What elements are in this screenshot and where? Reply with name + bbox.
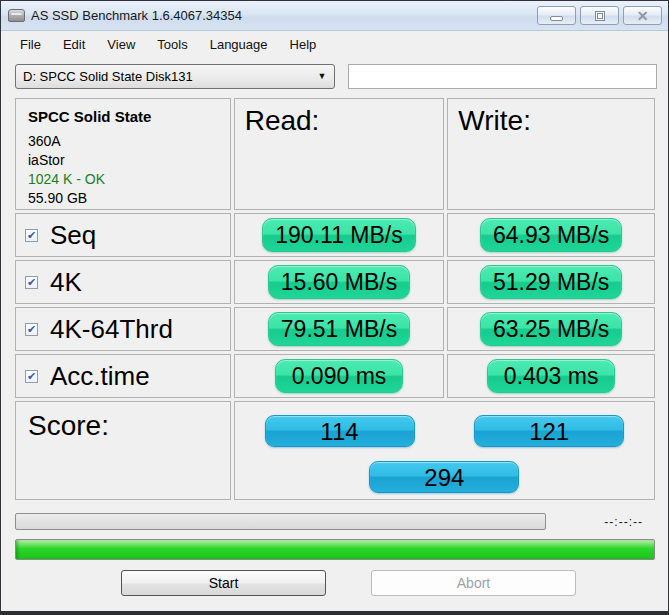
maximize-icon	[595, 11, 605, 21]
write-column-header: Write:	[447, 98, 655, 210]
seq-label: Seq	[50, 220, 96, 251]
abort-button[interactable]: Abort	[371, 570, 576, 596]
acctime-write-value: 0.403 ms	[487, 359, 615, 393]
app-window: AS SSD Benchmark 1.6.4067.34354 ✕ File E…	[0, 0, 669, 615]
elapsed-time-label: --:--:--	[604, 515, 643, 529]
4k-checkbox[interactable]: ✔	[25, 276, 38, 289]
score-total-value: 294	[369, 461, 519, 493]
score-read-value: 114	[265, 415, 415, 447]
minimize-button[interactable]	[537, 6, 576, 25]
window-controls: ✕	[537, 6, 662, 25]
overall-progress-bar	[15, 539, 655, 560]
4k-read-cell: 15.60 MB/s	[234, 260, 445, 304]
seq-label-cell: ✔ Seq	[15, 213, 231, 257]
results-grid: SPCC Solid State 360A iaStor 1024 K - OK…	[1, 95, 668, 503]
minimize-icon	[550, 16, 563, 21]
check-icon: ✔	[27, 230, 36, 241]
table-row-4k64: ✔ 4K-64Thrd 79.51 MB/s 63.25 MB/s	[15, 307, 655, 351]
score-write-value: 121	[474, 415, 624, 447]
table-row-4k: ✔ 4K 15.60 MB/s 51.29 MB/s	[15, 260, 655, 304]
score-label: Score:	[15, 401, 231, 500]
table-row-acctime: ✔ Acc.time 0.090 ms 0.403 ms	[15, 354, 655, 398]
menu-edit[interactable]: Edit	[52, 33, 96, 56]
4k-write-cell: 51.29 MB/s	[447, 260, 655, 304]
4k-label-cell: ✔ 4K	[15, 260, 231, 304]
menu-bar: File Edit View Tools Language Help	[1, 31, 668, 57]
drive-name: SPCC Solid State	[28, 108, 218, 125]
menu-language[interactable]: Language	[199, 33, 279, 56]
start-button[interactable]: Start	[121, 570, 326, 596]
drive-select-value: D: SPCC Solid State Disk131	[23, 69, 193, 84]
acctime-write-cell: 0.403 ms	[447, 354, 655, 398]
score-subscores: 114 121	[235, 415, 654, 447]
check-icon: ✔	[27, 371, 36, 382]
drive-info-panel: SPCC Solid State 360A iaStor 1024 K - OK…	[15, 98, 231, 210]
drive-alignment-status: 1024 K - OK	[28, 170, 218, 189]
4k64-read-value: 79.51 MB/s	[268, 312, 410, 346]
menu-help[interactable]: Help	[279, 33, 328, 56]
action-buttons: Start Abort	[1, 570, 668, 596]
disk-icon	[8, 9, 25, 22]
acctime-read-cell: 0.090 ms	[234, 354, 445, 398]
seq-write-value: 64.93 MB/s	[480, 218, 622, 252]
4k64-checkbox[interactable]: ✔	[25, 323, 38, 336]
score-panel: 114 121 294	[234, 401, 655, 500]
info-row: SPCC Solid State 360A iaStor 1024 K - OK…	[15, 98, 655, 210]
check-icon: ✔	[27, 324, 36, 335]
close-icon: ✕	[637, 9, 649, 23]
drive-toolbar: D: SPCC Solid State Disk131 ▼	[1, 57, 668, 95]
drive-capacity: 55.90 GB	[28, 189, 218, 208]
drive-driver: iaStor	[28, 151, 218, 170]
chevron-down-icon: ▼	[318, 71, 327, 81]
4k64-write-value: 63.25 MB/s	[480, 312, 622, 346]
title-bar: AS SSD Benchmark 1.6.4067.34354 ✕	[1, 1, 668, 31]
benchmark-progress-bar	[15, 513, 546, 530]
progress-section: --:--:--	[15, 513, 655, 530]
seq-read-cell: 190.11 MB/s	[234, 213, 445, 257]
drive-firmware: 360A	[28, 132, 218, 151]
4k-read-value: 15.60 MB/s	[268, 265, 410, 299]
4k64-label-cell: ✔ 4K-64Thrd	[15, 307, 231, 351]
check-icon: ✔	[27, 277, 36, 288]
maximize-button[interactable]	[580, 6, 619, 25]
window-title: AS SSD Benchmark 1.6.4067.34354	[31, 8, 242, 23]
close-button[interactable]: ✕	[623, 6, 662, 25]
table-row-seq: ✔ Seq 190.11 MB/s 64.93 MB/s	[15, 213, 655, 257]
4k64-read-cell: 79.51 MB/s	[234, 307, 445, 351]
acctime-label: Acc.time	[50, 361, 150, 392]
menu-view[interactable]: View	[96, 33, 146, 56]
acctime-label-cell: ✔ Acc.time	[15, 354, 231, 398]
4k-label: 4K	[50, 267, 82, 298]
acctime-checkbox[interactable]: ✔	[25, 370, 38, 383]
comment-field[interactable]	[348, 64, 657, 89]
score-row: Score: 114 121 294	[15, 401, 655, 500]
drive-select[interactable]: D: SPCC Solid State Disk131 ▼	[15, 64, 335, 89]
4k-write-value: 51.29 MB/s	[480, 265, 622, 299]
read-column-header: Read:	[234, 98, 445, 210]
seq-checkbox[interactable]: ✔	[25, 229, 38, 242]
4k64-write-cell: 63.25 MB/s	[447, 307, 655, 351]
4k64-label: 4K-64Thrd	[50, 314, 173, 345]
acctime-read-value: 0.090 ms	[275, 359, 403, 393]
menu-file[interactable]: File	[9, 33, 52, 56]
menu-tools[interactable]: Tools	[146, 33, 198, 56]
seq-write-cell: 64.93 MB/s	[447, 213, 655, 257]
seq-read-value: 190.11 MB/s	[262, 218, 415, 252]
